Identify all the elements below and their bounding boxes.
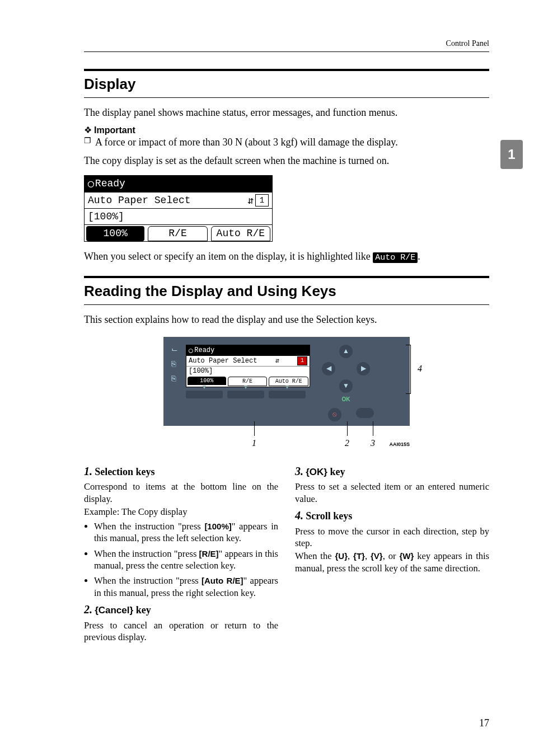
item-2-p: Press to cancel an operation or return t… (84, 619, 278, 644)
item-1-head: 1. Selection keys (84, 464, 278, 478)
paper-tray-icon: 1 (297, 356, 307, 365)
tray-icon: ⎘ (171, 374, 178, 383)
highlight-paragraph: When you select or specify an item on th… (84, 250, 489, 264)
control-panel-figure: ⌙ ⎘ ⎘ ◯Ready Auto Paper Select ⇵1 [100%]… (163, 337, 410, 448)
important-text: Important (94, 125, 135, 135)
item-1-p2: Example: The Copy display (84, 506, 278, 518)
item-3-head: 3. {OK} key (295, 464, 489, 478)
page-number: 17 (479, 717, 489, 729)
important-item: A force or impact of more than 30 N (abo… (84, 135, 489, 149)
default-screen-paragraph: The copy display is set as the default s… (84, 154, 489, 168)
output-icon: ⎘ (171, 360, 178, 369)
lcd-button-row: 100% R/E Auto R/E (85, 224, 272, 241)
selection-key-center (227, 391, 264, 398)
item-1-bullet-1: When the instruction "press [100%]" appe… (94, 520, 278, 544)
cancel-key-icon: ⦸ (328, 408, 341, 421)
item-3-p: Press to set a selected item or an enter… (295, 481, 489, 505)
highlight-sample: Auto R/E (373, 252, 418, 263)
lcd-btn-re: R/E (148, 226, 207, 241)
selection-key-right (269, 391, 306, 398)
item-2-head: 2. {Cancel} key (84, 602, 278, 617)
heading-reading: Reading the Display and Using Keys (84, 276, 489, 305)
panel-left-icons: ⌙ ⎘ ⎘ (171, 345, 178, 421)
lcd-zoom-text: [100%] (88, 211, 124, 222)
lcd-screenshot: ◯ Ready Auto Paper Select ⇵ 1 [100%] 100… (84, 175, 273, 242)
panel-lcd: ◯Ready Auto Paper Select ⇵1 [100%] 100% … (186, 345, 310, 387)
selection-keys-row (186, 391, 310, 398)
indicator-icon: ⌙ (171, 345, 178, 354)
paper-tray-icon: 1 (255, 194, 269, 206)
callout-4: 4 (418, 364, 422, 374)
ok-label: OK (342, 396, 350, 402)
important-label: ❖ Important (84, 125, 489, 135)
lcd-btn-autore: Auto R/E (211, 226, 270, 241)
item-4-p1: Press to move the cursor in each directi… (295, 525, 489, 550)
lcd-paper-row: Auto Paper Select ⇵ 1 (85, 192, 272, 208)
intro-paragraph: The display panel shows machine status, … (84, 106, 489, 120)
lcd-status-text: Ready (95, 178, 125, 189)
lcd-btn-100: 100% (86, 226, 144, 241)
scroll-up-icon: ▲ (339, 345, 353, 358)
figure-id: AAI015S (389, 442, 410, 447)
lcd-zoom-row: [100%] (85, 208, 272, 224)
updown-arrows-icon: ⇵ (247, 194, 254, 206)
heading-display: Display (84, 69, 489, 98)
running-header: Control Panel (84, 39, 489, 52)
scroll-down-icon: ▼ (339, 379, 353, 393)
callout-2: 2 (345, 438, 349, 448)
callout-bracket-4 (406, 345, 411, 394)
item-1-p1: Correspond to items at the bottom line o… (84, 481, 278, 505)
scroll-dpad: ▲ ◀ ▶ ▼ (322, 345, 370, 393)
scroll-right-icon: ▶ (357, 362, 370, 375)
item-1-bullet-3: When the instruction "press [Auto R/E]" … (94, 575, 278, 599)
ok-key-icon (356, 408, 374, 418)
power-icon: ◯ (88, 177, 94, 190)
scroll-left-icon: ◀ (322, 362, 335, 375)
legend-col-right: 3. {OK} key Press to set a selected item… (295, 461, 489, 645)
item-1-bullet-2: When the instruction "press [R/E]" appea… (94, 548, 278, 572)
chapter-tab: 1 (500, 140, 523, 169)
legend-columns: 1. Selection keys Correspond to items at… (84, 461, 489, 645)
lcd-status-row: ◯ Ready (85, 176, 272, 192)
reading-intro-paragraph: This section explains how to read the di… (84, 313, 489, 327)
item-4-head: 4. Scroll keys (295, 508, 489, 523)
diamond-icon: ❖ (84, 126, 92, 135)
item-4-p2: When the {U}, {T}, {V}, or {W} key appea… (295, 550, 489, 574)
callout-3: 3 (371, 438, 375, 448)
legend-col-left: 1. Selection keys Correspond to items at… (84, 461, 278, 645)
selection-key-left (186, 391, 223, 398)
lcd-paper-select-text: Auto Paper Select (88, 195, 191, 206)
power-icon: ◯ (189, 346, 193, 355)
callout-1: 1 (252, 438, 256, 448)
